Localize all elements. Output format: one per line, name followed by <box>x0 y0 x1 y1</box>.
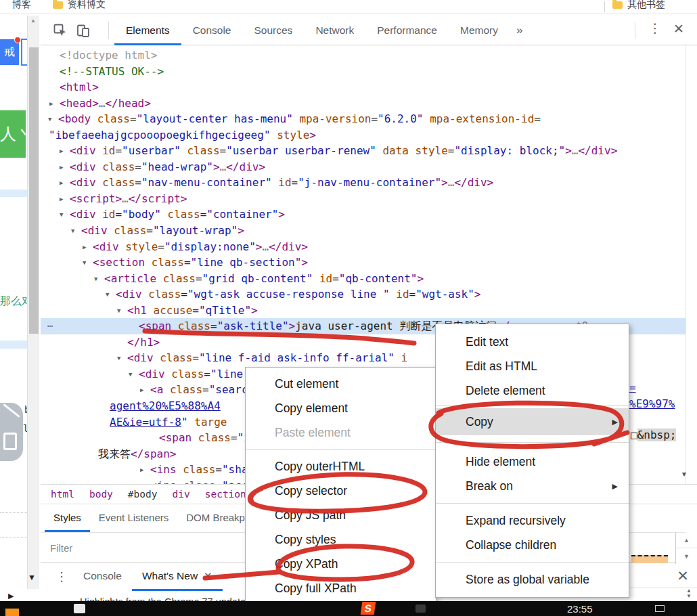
expand-arrow-icon[interactable]: ▶ <box>60 160 70 176</box>
tab-console[interactable]: Console <box>181 16 243 45</box>
dom-tree-row[interactable]: ▼<div class="wgt-ask accuse-response lin… <box>41 286 685 303</box>
devtools-close-icon[interactable]: ✕ <box>670 21 688 37</box>
dom-tree-row[interactable]: "ibefaeehajgcpooopoegkifhgecigeeg" style… <box>41 127 685 144</box>
drawer-tab-what-s-new[interactable]: What's New✕ <box>132 563 223 591</box>
dom-tree-row[interactable]: ▶<div style="display:none">…</div> <box>41 239 685 255</box>
collapse-arrow-icon[interactable]: ▼ <box>129 367 139 383</box>
dom-tree-row[interactable]: ▶<div class="nav-menu-container" id="j-n… <box>41 175 685 191</box>
collapse-arrow-icon[interactable]: ▼ <box>117 351 127 367</box>
menu-item-edit-as-html[interactable]: Edit as HTML <box>436 354 629 378</box>
menu-item-edit-text[interactable]: Edit text <box>436 330 629 354</box>
menu-item-store-as-global-variable[interactable]: Store as global variable <box>436 567 629 592</box>
expand-arrow-icon[interactable]: ▶ <box>60 175 70 192</box>
scroll-down-icon[interactable]: ▼ <box>28 573 36 582</box>
menu-item-expand-recursively[interactable]: Expand recursively <box>436 508 629 533</box>
sublime-icon[interactable]: S <box>361 602 376 615</box>
page-highlight-band <box>0 340 27 349</box>
page-green-button[interactable]: 人丶 <box>0 110 26 158</box>
dom-tree-row[interactable]: ▼<body class="layout-center has-menu" mp… <box>41 111 685 127</box>
menu-item-delete-element[interactable]: Delete element <box>436 378 629 403</box>
resize-handle-icon[interactable]: ▲▼ <box>683 588 694 599</box>
tab-network[interactable]: Network <box>304 16 365 45</box>
menu-item-copy-xpath[interactable]: Copy XPath <box>246 552 436 576</box>
dom-tree-row[interactable]: ▶<div id="userbar" class="userbar userba… <box>41 143 685 159</box>
taskbar-app-icon[interactable] <box>415 604 426 613</box>
collapse-arrow-icon[interactable]: ▼ <box>106 287 116 303</box>
collapse-arrow-icon[interactable]: ▼ <box>94 271 104 288</box>
dom-tree-row[interactable]: <html> <box>41 79 685 95</box>
dom-tree-row[interactable]: ▼<h1 accuse="qTitle"> <box>41 303 685 319</box>
drawer-close-icon[interactable]: ✕ <box>673 568 692 584</box>
scroll-spinner[interactable]: ▲ ▼ <box>675 533 697 564</box>
tab-event-listeners[interactable]: Event Listeners <box>90 504 177 532</box>
spinner-down-icon[interactable]: ▼ <box>676 548 697 564</box>
scrollbar-thumb[interactable] <box>29 47 39 334</box>
menu-item-hide-element[interactable]: Hide element <box>436 449 629 474</box>
menu-item-copy[interactable]: Copy▶ <box>436 408 629 435</box>
menu-item-copy-js-path[interactable]: Copy JS path <box>246 503 436 527</box>
menu-item-copy-full-xpath[interactable]: Copy full XPath <box>246 576 436 600</box>
drawer-tab-console[interactable]: Console <box>73 563 132 591</box>
device-toolbar-icon[interactable] <box>76 23 91 38</box>
dom-tree-row[interactable]: ▼<div class="layout-wrap"> <box>41 223 685 239</box>
dom-tree-row[interactable]: ▼<div id="body" class="container"> <box>41 206 685 223</box>
dom-tree-row[interactable]: ▼<article class="grid qb-content" id="qb… <box>41 271 685 287</box>
expand-arrow-icon[interactable]: ▶ <box>60 192 70 208</box>
menu-item-copy-element[interactable]: Copy element <box>246 396 436 420</box>
more-panels-icon[interactable]: » <box>510 24 529 37</box>
tab-sources[interactable]: Sources <box>243 16 305 45</box>
expand-arrow-icon[interactable]: ▶ <box>140 382 150 399</box>
collapse-arrow-icon[interactable]: ▼ <box>117 303 127 320</box>
tab-elements[interactable]: Elements <box>114 16 181 45</box>
expand-arrow-icon[interactable]: ▶ <box>60 144 70 160</box>
menu-item-cut-element[interactable]: Cut element <box>246 372 436 396</box>
breadcrumb-item-body[interactable]: body <box>82 489 120 500</box>
taskbar-app-icon[interactable] <box>5 609 19 616</box>
dom-tree-row[interactable]: <!doctype html> <box>41 47 685 64</box>
menu-item-collapse-children[interactable]: Collapse children <box>436 533 629 557</box>
tray-icon[interactable] <box>655 605 665 612</box>
page-scrollbar[interactable]: ▲ <box>27 16 39 589</box>
collapse-arrow-icon[interactable]: ▼ <box>60 207 70 223</box>
clock[interactable]: 23:55 <box>567 603 593 615</box>
bookmark-folder-ziliao[interactable]: 资料博文 <box>53 0 106 13</box>
scroll-up-icon[interactable]: ▲ <box>30 18 36 24</box>
dom-tree-row[interactable]: <!--STATUS OK--> <box>41 64 685 80</box>
tab-memory[interactable]: Memory <box>449 16 510 45</box>
tree-scroll-down-icon[interactable]: ▼ <box>681 470 688 478</box>
breadcrumb-item-body[interactable]: #body <box>120 489 165 500</box>
page-link-text[interactable]: 那么对 <box>0 294 27 309</box>
devtools-menu-icon[interactable]: ⋮ <box>646 20 664 36</box>
menu-item-break-on[interactable]: Break on▶ <box>436 474 629 498</box>
menu-item-copy-selector[interactable]: Copy selector <box>246 479 436 503</box>
styles-color-swatch[interactable] <box>631 555 668 563</box>
floating-tool-widget[interactable] <box>0 403 23 461</box>
styles-filter-input[interactable] <box>50 542 240 554</box>
dom-tree-row[interactable]: ▼<section class="line qb-section"> <box>41 255 685 271</box>
dom-tree-row[interactable]: ▶<head>…</head> <box>41 95 685 112</box>
collapse-arrow-icon[interactable]: ▼ <box>83 255 93 271</box>
row-overflow-icon[interactable]: ⋯ <box>47 318 53 334</box>
expand-arrow-icon[interactable]: ▶ <box>140 462 150 479</box>
dom-tree-row[interactable]: ▶<div class="head-wrap">…</div> <box>41 159 685 175</box>
tab-dom-breakp[interactable]: DOM Breakp <box>177 504 254 532</box>
breadcrumb-item-div[interactable]: div <box>165 489 198 500</box>
collapse-arrow-icon[interactable]: ▼ <box>48 112 58 128</box>
menu-item-copy-styles[interactable]: Copy styles <box>246 527 436 552</box>
tab-styles[interactable]: Styles <box>45 504 90 532</box>
inspect-element-icon[interactable] <box>53 23 68 38</box>
expand-arrow-icon[interactable]: ▶ <box>83 240 93 256</box>
collapse-arrow-icon[interactable]: ▼ <box>71 223 81 240</box>
drawer-menu-icon[interactable]: ⋮ <box>55 569 68 584</box>
menu-item-copy-outerhtml[interactable]: Copy outerHTML <box>246 454 436 479</box>
tab-performance[interactable]: Performance <box>365 16 449 45</box>
bookmark-other[interactable]: 其他书签 <box>612 0 665 13</box>
expand-right-icon[interactable]: ▶ <box>8 592 14 600</box>
dom-tree-row[interactable]: ▶<script>…</script> <box>41 191 685 207</box>
expand-arrow-icon[interactable]: ▶ <box>49 96 60 112</box>
breadcrumb-item-html[interactable]: html <box>43 489 82 500</box>
spinner-up-icon[interactable]: ▲ <box>676 533 697 548</box>
close-tab-icon[interactable]: ✕ <box>204 570 212 582</box>
taskbar-app-icon[interactable] <box>74 604 85 613</box>
bookmark-blog[interactable]: 博客 <box>12 0 31 13</box>
